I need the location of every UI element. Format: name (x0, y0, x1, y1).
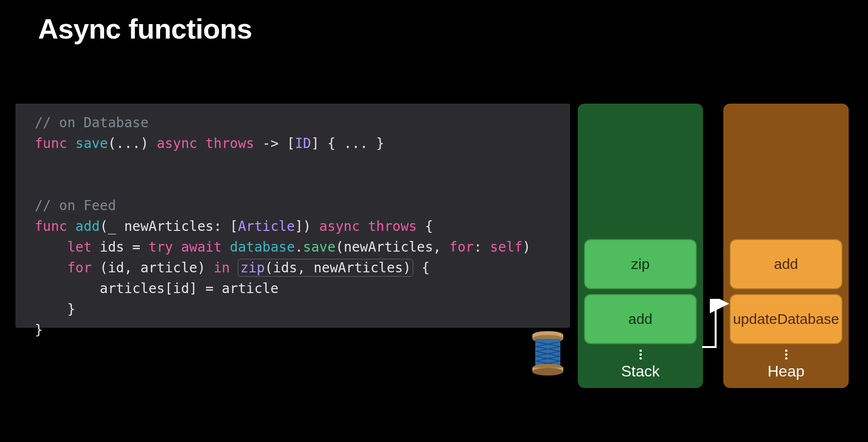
kw-let: let (67, 239, 92, 255)
indent (35, 281, 100, 296)
code-text: articles[id] = article (100, 281, 279, 296)
prop-database: database (222, 239, 295, 255)
code-text: -> [ (254, 135, 295, 151)
indent (35, 260, 67, 276)
call-save: save (303, 239, 335, 255)
kw-throws: throws (205, 135, 254, 151)
slide: Async functions // on Database func save… (0, 0, 868, 442)
ellipsis-icon (639, 349, 642, 360)
fn-zip: zip (240, 260, 265, 276)
kw-self: self (490, 239, 522, 255)
code-comment: // on Database (35, 115, 149, 131)
code-text: (_ newArticles: [ (100, 218, 238, 234)
heap-frame-add: add (730, 239, 842, 289)
heap-column: add updateDatabase Heap (723, 104, 849, 388)
code-text: : (474, 239, 490, 255)
thread-spool-icon (530, 330, 565, 376)
indent (35, 239, 67, 255)
code-text: } (35, 322, 43, 338)
kw-try: try (149, 239, 173, 255)
code-text: ids = (92, 239, 149, 255)
heap-frame-updatedatabase: updateDatabase (730, 294, 842, 344)
svg-point-16 (532, 368, 563, 375)
code-text: (id, article) (92, 260, 214, 276)
type-id: ID (295, 135, 312, 151)
highlight-zip-call: zip(ids, newArticles) (238, 259, 413, 277)
space (230, 260, 238, 276)
code-text: ) (523, 239, 531, 255)
code-text: (newArticles, (336, 239, 449, 255)
code-text: { (417, 218, 433, 234)
kw-async: async (319, 218, 360, 234)
kw-for: for (67, 260, 92, 276)
code-text: . (295, 239, 303, 255)
fn-add: add (75, 218, 100, 234)
code-block: // on Database func save(...) async thro… (15, 104, 570, 328)
ellipsis-icon (785, 349, 787, 360)
kw-await: await (181, 239, 221, 255)
kw-async: async (157, 135, 197, 151)
code-text: ] { ... } (311, 135, 384, 151)
code-text: } (35, 301, 75, 317)
code-text: (...) (108, 135, 149, 151)
kw-throws: throws (368, 218, 417, 234)
fn-save: save (75, 135, 108, 151)
type-article: Article (238, 218, 295, 234)
kw-in: in (214, 260, 230, 276)
code-comment: // on Feed (35, 198, 116, 214)
code-text: (ids, newArticles) (265, 260, 411, 276)
kw-func: func (35, 135, 67, 151)
stack-frame-zip: zip (584, 239, 697, 289)
stack-label: Stack (621, 362, 660, 380)
code-text: { (413, 260, 430, 276)
kw-for-label: for (449, 239, 474, 255)
kw-func: func (35, 218, 67, 234)
code-text: ]) (295, 218, 319, 234)
heap-label: Heap (768, 362, 805, 380)
stack-column: zip add Stack (578, 104, 703, 388)
slide-title: Async functions (38, 13, 252, 45)
stack-frame-add: add (584, 294, 697, 344)
